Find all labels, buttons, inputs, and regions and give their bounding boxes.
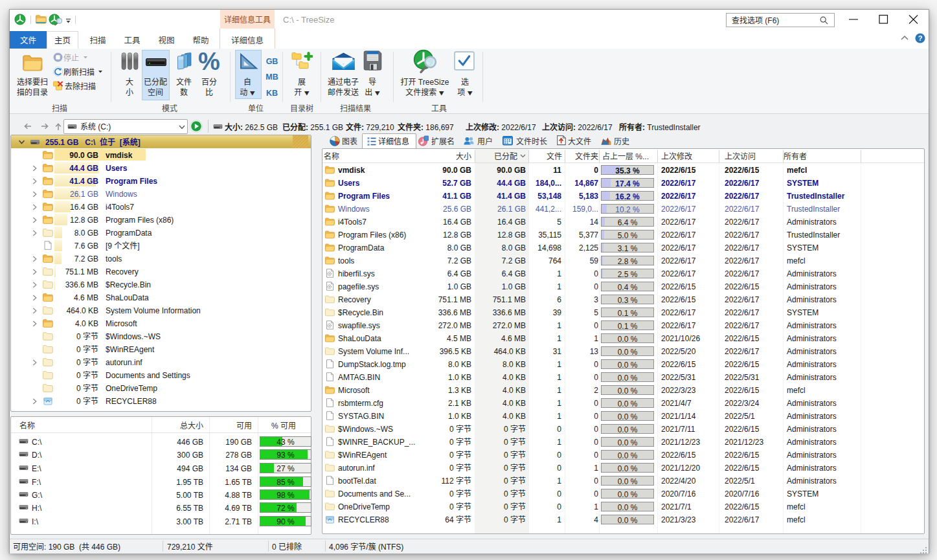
- svg-text:?: ?: [918, 34, 923, 42]
